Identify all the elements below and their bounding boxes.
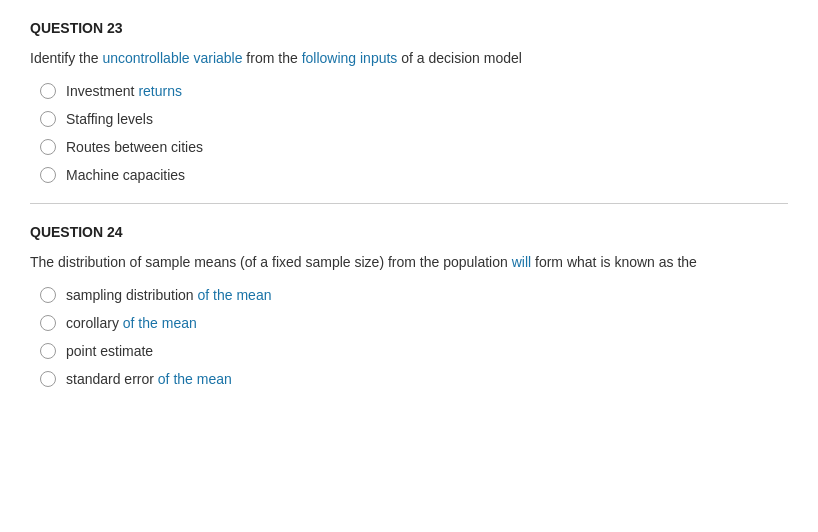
radio-button-q24-2[interactable] — [40, 343, 56, 359]
option-list-q24: sampling distribution of the meancorolla… — [40, 287, 788, 387]
option-item-q24-3[interactable]: standard error of the mean — [40, 371, 788, 387]
highlight-text: of the mean — [158, 371, 232, 387]
highlight-text: of the mean — [123, 315, 197, 331]
highlight-text: uncontrollable variable — [102, 50, 242, 66]
question-text-q23: Identify the uncontrollable variable fro… — [30, 48, 788, 69]
question-block-q24: QUESTION 24The distribution of sample me… — [30, 224, 788, 387]
option-item-q24-2[interactable]: point estimate — [40, 343, 788, 359]
option-label-q24-2: point estimate — [66, 343, 153, 359]
option-item-q24-1[interactable]: corollary of the mean — [40, 315, 788, 331]
radio-button-q24-0[interactable] — [40, 287, 56, 303]
option-label-q24-3: standard error of the mean — [66, 371, 232, 387]
option-label-q23-2: Routes between cities — [66, 139, 203, 155]
option-label-q24-0: sampling distribution of the mean — [66, 287, 271, 303]
highlight-text: returns — [138, 83, 182, 99]
question-block-q23: QUESTION 23Identify the uncontrollable v… — [30, 20, 788, 183]
radio-button-q24-1[interactable] — [40, 315, 56, 331]
highlight-text: will — [512, 254, 531, 270]
option-item-q23-1[interactable]: Staffing levels — [40, 111, 788, 127]
option-item-q23-2[interactable]: Routes between cities — [40, 139, 788, 155]
option-label-q23-0: Investment returns — [66, 83, 182, 99]
highlight-text: following inputs — [302, 50, 398, 66]
option-item-q23-0[interactable]: Investment returns — [40, 83, 788, 99]
option-label-q24-1: corollary of the mean — [66, 315, 197, 331]
option-label-q23-1: Staffing levels — [66, 111, 153, 127]
page-content: QUESTION 23Identify the uncontrollable v… — [30, 20, 788, 387]
option-item-q23-3[interactable]: Machine capacities — [40, 167, 788, 183]
radio-button-q23-1[interactable] — [40, 111, 56, 127]
radio-button-q24-3[interactable] — [40, 371, 56, 387]
radio-button-q23-0[interactable] — [40, 83, 56, 99]
radio-button-q23-2[interactable] — [40, 139, 56, 155]
section-divider — [30, 203, 788, 204]
radio-button-q23-3[interactable] — [40, 167, 56, 183]
question-text-q24: The distribution of sample means (of a f… — [30, 252, 788, 273]
option-item-q24-0[interactable]: sampling distribution of the mean — [40, 287, 788, 303]
option-list-q23: Investment returnsStaffing levelsRoutes … — [40, 83, 788, 183]
question-title-q24: QUESTION 24 — [30, 224, 788, 240]
option-label-q23-3: Machine capacities — [66, 167, 185, 183]
highlight-text: of the mean — [198, 287, 272, 303]
question-title-q23: QUESTION 23 — [30, 20, 788, 36]
